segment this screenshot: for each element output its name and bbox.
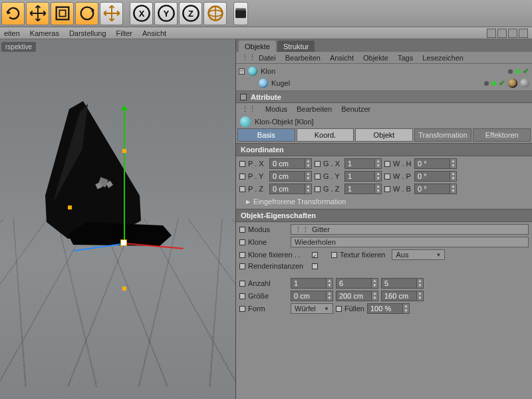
menu-item[interactable]: Objekte: [363, 54, 388, 62]
checkbox-klonefix[interactable]: [312, 252, 318, 258]
menu-item[interactable]: Filter: [116, 29, 132, 37]
param-anim-toggle[interactable]: [315, 186, 321, 192]
param-anim-toggle[interactable]: [239, 174, 245, 180]
tree-row-klon[interactable]: − Klon ✔: [236, 65, 532, 77]
input-groesse-x[interactable]: ▲▼: [291, 291, 333, 301]
viewport-nav-icon[interactable]: [487, 29, 496, 38]
material-tag-icon[interactable]: [508, 78, 517, 88]
select-klone[interactable]: Wiederholen: [291, 237, 529, 247]
tool-rotate-icon[interactable]: [75, 2, 98, 25]
enable-check-icon[interactable]: ✔: [523, 66, 529, 76]
handle-dot[interactable]: [68, 205, 72, 209]
viewport-nav-icon[interactable]: [497, 29, 507, 38]
atab-effektoren[interactable]: Effektoren: [473, 128, 531, 142]
frozen-transform-disclosure[interactable]: ▶Eingefrorene Transformation: [239, 196, 529, 207]
tool-render-icon[interactable]: [233, 2, 248, 25]
param-anim-toggle[interactable]: [239, 161, 245, 167]
menu-item[interactable]: Ansicht: [142, 29, 166, 37]
atab-koord[interactable]: Koord.: [297, 128, 354, 142]
frozen-transform-label: Eingefrorene Transformation: [253, 198, 346, 205]
atab-transform[interactable]: Transformation: [414, 128, 472, 142]
atab-objekt[interactable]: Objekt: [355, 128, 413, 142]
select-form[interactable]: Würfel▼: [291, 303, 333, 314]
menu-item[interactable]: Datei: [259, 54, 276, 62]
tool-undo-icon[interactable]: [1, 2, 25, 25]
input-anzahl-y[interactable]: ▲▼: [336, 278, 378, 289]
select-texturfix[interactable]: Aus▼: [392, 249, 445, 260]
menu-item[interactable]: Benutzer: [341, 105, 370, 113]
handle-dot[interactable]: [122, 149, 126, 153]
input-gy[interactable]: ▲▼: [344, 171, 382, 182]
input-groesse-z[interactable]: ▲▼: [381, 291, 424, 301]
tool-axis-z-icon[interactable]: Z: [179, 2, 202, 25]
tool-axis-x-icon[interactable]: X: [130, 2, 153, 25]
input-pz[interactable]: ▲▼: [269, 184, 312, 194]
viewport-nav-icon[interactable]: [508, 29, 517, 38]
input-wp[interactable]: ▲▼: [414, 171, 457, 182]
menu-item[interactable]: eiten: [4, 29, 20, 37]
param-anim-toggle[interactable]: [239, 186, 245, 192]
input-wh[interactable]: ▲▼: [414, 158, 457, 169]
tool-axis-y-icon[interactable]: Y: [154, 2, 178, 25]
menu-item[interactable]: Tags: [398, 54, 413, 62]
axis-y-gizmo[interactable]: [124, 106, 125, 245]
param-anim-toggle[interactable]: [384, 174, 390, 180]
origin-handle[interactable]: [120, 239, 127, 246]
menu-item[interactable]: Kameras: [30, 29, 59, 37]
atab-basis[interactable]: Basis: [237, 128, 295, 142]
phong-tag-icon[interactable]: [520, 78, 529, 88]
param-anim-toggle[interactable]: [239, 227, 245, 233]
viewport-nav-icon[interactable]: [519, 29, 528, 38]
tree-expand-icon[interactable]: −: [239, 68, 245, 74]
input-wb[interactable]: ▲▼: [414, 184, 457, 194]
menu-item[interactable]: Bearbeiten: [297, 105, 332, 113]
param-anim-toggle[interactable]: [331, 252, 337, 258]
menu-item[interactable]: Darstellung: [69, 29, 106, 37]
koordinaten-rows: P . X ▲▼ G . X ▲▼ W . H ▲▼ P . Y ▲▼ G . …: [236, 156, 532, 209]
menu-item[interactable]: Ansicht: [330, 54, 354, 62]
tool-move2-icon[interactable]: [100, 2, 123, 25]
input-gz[interactable]: ▲▼: [344, 184, 382, 194]
layer-dot-icon[interactable]: [491, 81, 496, 86]
panel-toggle-icon[interactable]: [240, 94, 247, 100]
tool-world-icon[interactable]: [203, 2, 227, 25]
checkbox-renderinst[interactable]: [312, 263, 318, 269]
tool-move-icon[interactable]: [26, 2, 49, 25]
input-anzahl-x[interactable]: ▲▼: [291, 278, 333, 289]
param-anim-toggle[interactable]: [384, 186, 390, 192]
enable-check-icon[interactable]: ✔: [499, 78, 505, 88]
layer-dot-icon[interactable]: [508, 69, 513, 74]
menu-item[interactable]: Lesezeichen: [422, 54, 464, 62]
panel-grip-icon[interactable]: ⋮⋮: [241, 105, 256, 114]
select-modus[interactable]: ⋮⋮Gitter: [291, 224, 529, 235]
tree-row-kugel[interactable]: Kugel ✔: [236, 77, 532, 89]
menu-item[interactable]: Bearbeiten: [285, 54, 321, 62]
param-anim-toggle[interactable]: [384, 161, 390, 167]
panel-grip-icon[interactable]: ⋮⋮: [241, 53, 249, 62]
param-anim-toggle[interactable]: [239, 281, 245, 287]
param-anim-toggle[interactable]: [239, 306, 245, 312]
viewport-model[interactable]: [27, 96, 190, 252]
viewport-3d[interactable]: rspektive: [0, 39, 236, 399]
tab-objects[interactable]: Objekte: [239, 41, 276, 52]
label-klonefix: Klone fixieren . .: [248, 251, 309, 259]
param-anim-toggle[interactable]: [239, 239, 245, 245]
tool-scale-icon[interactable]: [51, 2, 74, 25]
input-py[interactable]: ▲▼: [269, 171, 312, 182]
menu-item[interactable]: Modus: [265, 105, 287, 113]
input-groesse-y[interactable]: ▲▼: [336, 291, 378, 301]
param-anim-toggle[interactable]: [315, 161, 321, 167]
layer-dot-icon[interactable]: [515, 69, 520, 74]
param-anim-toggle[interactable]: [239, 252, 245, 258]
param-anim-toggle[interactable]: [336, 306, 342, 312]
layer-dot-icon[interactable]: [484, 81, 489, 86]
tab-structure[interactable]: Struktur: [277, 41, 315, 52]
input-fuellen[interactable]: ▲▼: [367, 303, 410, 314]
param-anim-toggle[interactable]: [239, 293, 245, 299]
param-anim-toggle[interactable]: [239, 263, 245, 269]
param-anim-toggle[interactable]: [315, 174, 321, 180]
input-anzahl-z[interactable]: ▲▼: [381, 278, 424, 289]
handle-dot[interactable]: [122, 287, 126, 291]
input-px[interactable]: ▲▼: [269, 158, 312, 169]
input-gx[interactable]: ▲▼: [344, 158, 382, 169]
